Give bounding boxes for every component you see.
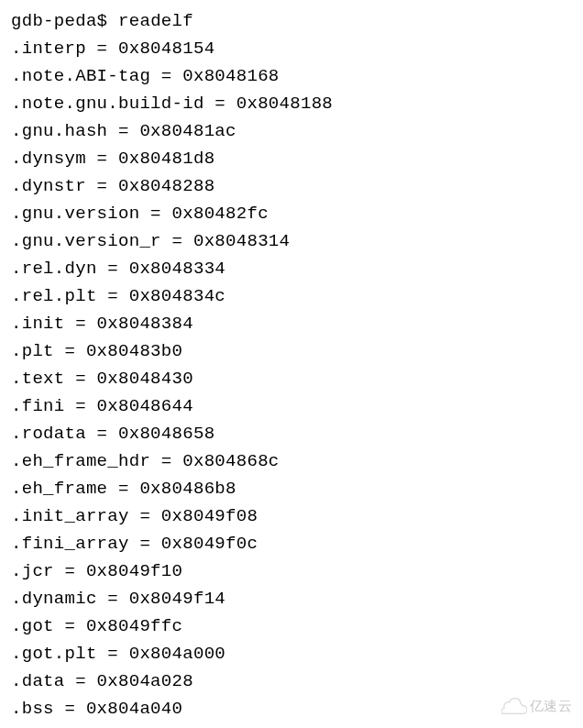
section-line: .data = 0x804a028 xyxy=(11,667,572,695)
cloud-icon xyxy=(501,698,527,714)
section-line: .rel.dyn = 0x8048334 xyxy=(11,255,572,282)
section-line: .init_array = 0x8049f08 xyxy=(11,502,572,530)
watermark: 亿速云 xyxy=(501,695,572,717)
section-line: .plt = 0x80483b0 xyxy=(11,337,572,365)
section-line: .rel.plt = 0x804834c xyxy=(11,282,572,310)
section-line: .gnu.version = 0x80482fc xyxy=(11,200,572,227)
section-line: .interp = 0x8048154 xyxy=(11,35,572,62)
section-line: .eh_frame_hdr = 0x804868c xyxy=(11,447,572,475)
section-line: .dynstr = 0x8048288 xyxy=(11,172,572,200)
section-line: .fini = 0x8048644 xyxy=(11,392,572,420)
section-line: .note.ABI-tag = 0x8048168 xyxy=(11,62,572,90)
section-line: .got.plt = 0x804a000 xyxy=(11,640,572,667)
section-line: .dynamic = 0x8049f14 xyxy=(11,585,572,612)
section-line: .dynsym = 0x80481d8 xyxy=(11,145,572,172)
section-line: .fini_array = 0x8049f0c xyxy=(11,530,572,557)
section-line: .note.gnu.build-id = 0x8048188 xyxy=(11,90,572,117)
section-line: .gnu.version_r = 0x8048314 xyxy=(11,227,572,255)
section-line: .init = 0x8048384 xyxy=(11,310,572,337)
terminal-output: gdb-peda$ readelf .interp = 0x8048154.no… xyxy=(11,7,572,722)
prompt-line[interactable]: gdb-peda$ readelf xyxy=(11,7,572,35)
section-line: .got = 0x8049ffc xyxy=(11,612,572,640)
section-line: .eh_frame = 0x80486b8 xyxy=(11,475,572,502)
section-line: .gnu.hash = 0x80481ac xyxy=(11,117,572,145)
gdb-prompt: gdb-peda$ xyxy=(11,11,118,31)
section-line: .text = 0x8048430 xyxy=(11,365,572,392)
section-line: .jcr = 0x8049f10 xyxy=(11,557,572,585)
section-line: .bss = 0x804a040 xyxy=(11,695,572,722)
section-line: .rodata = 0x8048658 xyxy=(11,420,572,447)
watermark-text: 亿速云 xyxy=(530,695,572,717)
command-text: readelf xyxy=(118,11,193,31)
sections-list: .interp = 0x8048154.note.ABI-tag = 0x804… xyxy=(11,35,572,722)
